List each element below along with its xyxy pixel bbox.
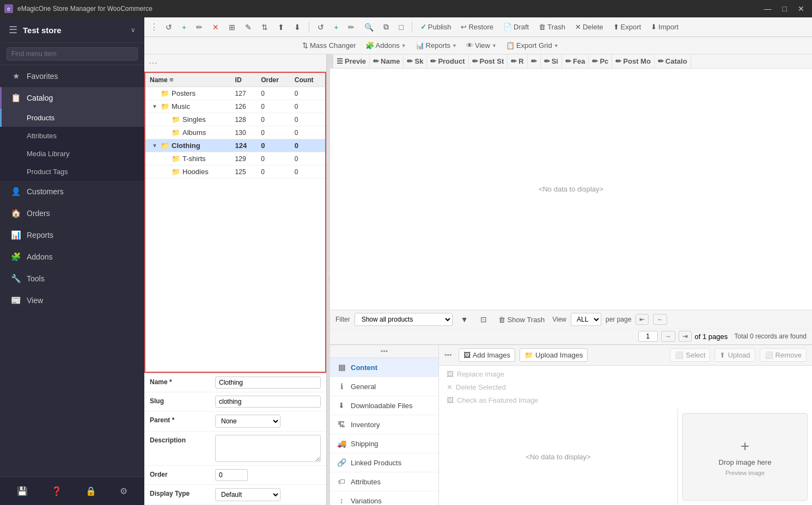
export-button[interactable]: ⬆ Export: [609, 21, 645, 33]
tab-shipping[interactable]: 🚚 Shipping: [330, 434, 438, 453]
grid-col-preview[interactable]: ☰ Previe: [333, 54, 370, 68]
tab-inventory[interactable]: 🏗 Inventory: [330, 415, 438, 434]
edit3-button[interactable]: ✏: [344, 21, 358, 34]
tree-row[interactable]: 📁 Albums 130 0 0: [145, 126, 325, 139]
tree-row[interactable]: 📁 T-shirts 129 0 0: [145, 152, 325, 165]
next-page-button[interactable]: →: [661, 331, 675, 342]
add-button[interactable]: +: [178, 21, 190, 34]
square-button[interactable]: □: [395, 21, 407, 34]
tree-row[interactable]: 📁 Posters 127 0 0: [145, 87, 325, 100]
sidebar-item-tools[interactable]: 🔧 Tools: [0, 268, 144, 290]
delete2-button[interactable]: ✕ Delete: [571, 21, 607, 33]
tab-general[interactable]: ℹ General: [330, 377, 438, 396]
mass-changer-button[interactable]: ⇅ Mass Changer: [298, 39, 360, 52]
store-arrow-icon[interactable]: ∨: [131, 26, 136, 34]
trash-button[interactable]: 🗑 Trash: [535, 21, 569, 33]
reorder-button[interactable]: ⇅: [258, 21, 272, 34]
sidebar-item-catalog[interactable]: 📋 Catalog: [0, 87, 144, 109]
tree-row[interactable]: 📁 Hoodies 125 0 0: [145, 165, 325, 178]
field-slug[interactable]: [215, 396, 321, 408]
first-page-button[interactable]: ⇤: [636, 314, 649, 325]
addons-toolbar-button[interactable]: 🧩 Addons ▼: [362, 39, 410, 52]
export-grid-button[interactable]: 📋 Export Grid ▼: [502, 39, 563, 52]
sidebar-item-products[interactable]: Products: [0, 109, 144, 127]
tab-linked-products[interactable]: 🔗 Linked Products: [330, 453, 438, 472]
restore-button[interactable]: ↩ Restore: [457, 21, 497, 33]
field-display-type[interactable]: Default: [215, 488, 280, 501]
publish-button[interactable]: ✓ Publish: [417, 21, 455, 33]
image-drop-zone[interactable]: + Drop image here Preview image: [682, 413, 808, 501]
add-images-button[interactable]: 🖼 Add Images: [459, 348, 515, 362]
sidebar-item-orders[interactable]: 🏠 Orders: [0, 202, 144, 224]
tree-row[interactable]: 📁 Singles 128 0 0: [145, 113, 325, 126]
search-button[interactable]: 🔍: [361, 21, 377, 34]
grid-col-r[interactable]: ✏ R: [508, 54, 527, 68]
download-button[interactable]: ⬇: [290, 21, 304, 34]
page-input[interactable]: [638, 331, 658, 342]
last-page-button[interactable]: ⇥: [679, 331, 692, 342]
show-trash-button[interactable]: 🗑 Show Trash: [495, 314, 548, 325]
filter-select[interactable]: Show all products Published Draft Pendin…: [355, 313, 453, 326]
field-parent[interactable]: None: [215, 415, 280, 428]
refresh-button[interactable]: ↺: [162, 21, 176, 34]
field-order[interactable]: [215, 469, 248, 481]
tab-variations[interactable]: ↕ Variations: [330, 491, 438, 505]
grid-col-catalog[interactable]: ✏ Catalo: [655, 54, 691, 68]
delete-selected-button[interactable]: ✕ Delete Selected: [444, 382, 807, 392]
sidebar-lock-button[interactable]: 🔒: [82, 483, 100, 500]
sidebar-search-input[interactable]: [7, 47, 138, 60]
field-description[interactable]: [215, 435, 321, 462]
add2-button[interactable]: +: [330, 21, 342, 34]
view-select[interactable]: ALL 10 25 50 100: [571, 313, 601, 326]
col-name[interactable]: Name ≡: [145, 73, 231, 87]
toggle-icon[interactable]: ▼: [152, 103, 158, 109]
grid-col-name[interactable]: ✏ Name: [370, 54, 404, 68]
reports-toolbar-button[interactable]: 📊 Reports ▼: [412, 39, 461, 52]
edit-button[interactable]: ✏: [192, 21, 206, 34]
import-button[interactable]: ⬇ Import: [647, 21, 682, 33]
tree-row[interactable]: ▼📁 Music 126 0 0: [145, 100, 325, 113]
grid-col-sku[interactable]: ✏ Sk: [404, 54, 427, 68]
col-id[interactable]: ID: [231, 73, 257, 87]
tab-attributes[interactable]: 🏷 Attributes: [330, 472, 438, 491]
grid-col-si[interactable]: ✏ Si: [541, 54, 562, 68]
sidebar-item-reports[interactable]: 📊 Reports: [0, 224, 144, 246]
sidebar-item-attributes[interactable]: Attributes: [0, 127, 144, 145]
sidebar-item-product-tags[interactable]: Product Tags: [0, 163, 144, 181]
upload-button[interactable]: ⬆: [274, 21, 288, 34]
prev-page-button[interactable]: ←: [653, 314, 667, 325]
upload-images-button[interactable]: 📁 Upload Images: [520, 348, 588, 362]
tab-content[interactable]: ▤ Content: [330, 358, 438, 377]
tree-row[interactable]: ▼📁 Clothing 124 0 0: [145, 139, 325, 152]
sidebar-item-customers[interactable]: 👤 Customers: [0, 181, 144, 202]
filter-options-button[interactable]: ⊡: [477, 313, 491, 326]
filter-apply-button[interactable]: ▼: [457, 313, 472, 326]
grid-col-featured[interactable]: ✏ Fea: [562, 54, 589, 68]
hamburger-icon[interactable]: ☰: [9, 24, 17, 36]
minimize-button[interactable]: —: [761, 3, 775, 14]
refresh2-button[interactable]: ↺: [314, 21, 328, 34]
toggle-icon[interactable]: ▼: [152, 143, 158, 149]
grid-col-post-status[interactable]: ✏ Post St: [469, 54, 508, 68]
upload-btn[interactable]: ⬆ Upload: [715, 348, 755, 362]
replace-image-button[interactable]: 🖼 Replace image: [444, 369, 807, 379]
grid-view-button[interactable]: ⊞: [225, 21, 239, 34]
field-name[interactable]: [215, 377, 321, 389]
sidebar-item-view[interactable]: 📰 View: [0, 290, 144, 311]
copy-button[interactable]: ⧉: [380, 20, 393, 34]
maximize-button[interactable]: □: [779, 3, 790, 14]
draft-button[interactable]: 📄 Draft: [499, 21, 533, 33]
view-toolbar-button[interactable]: 👁 View ▼: [462, 39, 500, 52]
grid-col-pc[interactable]: ✏ Pc: [589, 54, 612, 68]
sidebar-settings-button[interactable]: ⚙: [117, 483, 131, 500]
sidebar-save-button[interactable]: 💾: [14, 483, 31, 500]
select-button[interactable]: ⬜ Select: [670, 348, 710, 362]
close-button[interactable]: ✕: [795, 3, 808, 14]
sidebar-help-button[interactable]: ❓: [48, 483, 65, 500]
tab-downloadable[interactable]: ⬇ Downloadable Files: [330, 396, 438, 415]
delete-button[interactable]: ✕: [209, 21, 223, 34]
edit2-button[interactable]: ✎: [241, 21, 255, 34]
grid-col-post-mod[interactable]: ✏ Post Mo: [612, 54, 655, 68]
sidebar-item-addons[interactable]: 🧩 Addons: [0, 246, 144, 268]
sidebar-item-media-library[interactable]: Media Library: [0, 145, 144, 163]
